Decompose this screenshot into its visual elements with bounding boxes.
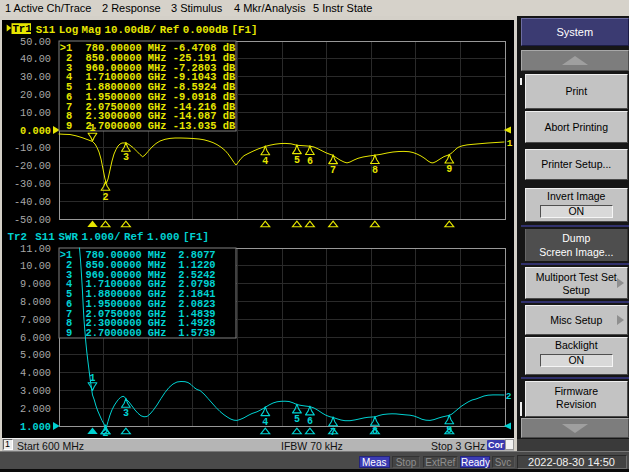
svg-text:9: 9 [446, 164, 452, 175]
svg-text:1.5739: 1.5739 [178, 327, 215, 339]
svg-text:Mag: Mag [82, 24, 101, 36]
svg-text:2.000: 2.000 [20, 403, 51, 415]
svg-text:2: 2 [102, 192, 108, 203]
svg-text:3: 3 [123, 408, 129, 419]
svg-text:9: 9 [60, 327, 72, 339]
svg-text:1: 1 [507, 138, 513, 149]
svg-text:Ref: Ref [124, 231, 143, 243]
svg-text:10.00: 10.00 [20, 260, 51, 272]
svg-text:5.000: 5.000 [20, 349, 51, 361]
svg-text:-40.00: -40.00 [14, 196, 51, 208]
svg-text:-30.00: -30.00 [14, 178, 51, 190]
svg-text:1.000: 1.000 [147, 231, 179, 243]
svg-text:0.000: 0.000 [20, 125, 51, 137]
svg-text:4: 4 [262, 417, 268, 428]
svg-text:Tr1: Tr1 [12, 23, 32, 35]
svg-text:0.000dB: 0.000dB [183, 24, 229, 36]
svg-text:6: 6 [307, 156, 313, 167]
svg-text:1.000: 1.000 [20, 421, 51, 433]
svg-text:6: 6 [307, 416, 313, 427]
svg-text:1: 1 [89, 123, 95, 134]
svg-text:7: 7 [330, 165, 336, 176]
svg-text:5: 5 [294, 155, 300, 166]
svg-text:-50.00: -50.00 [14, 214, 51, 226]
svg-text:[F1]: [F1] [232, 24, 258, 36]
svg-text:-20.00: -20.00 [14, 160, 51, 172]
svg-text:2.7000000 GHz: 2.7000000 GHz [86, 327, 167, 339]
svg-text:40.00: 40.00 [20, 53, 51, 65]
svg-text:4: 4 [262, 156, 268, 167]
svg-text:Log: Log [59, 24, 78, 36]
svg-text:20.00: 20.00 [20, 89, 51, 101]
svg-text:Ref: Ref [160, 24, 179, 36]
svg-text:4.000: 4.000 [20, 367, 51, 379]
svg-text:2.7000000 GHz: 2.7000000 GHz [86, 120, 167, 132]
svg-text:-10.00: -10.00 [14, 142, 51, 154]
svg-text:10.00: 10.00 [20, 107, 51, 119]
svg-text:9: 9 [60, 120, 72, 132]
svg-text:Tr2: Tr2 [8, 231, 27, 243]
svg-text:50.00: 50.00 [20, 36, 51, 48]
svg-text:S11: S11 [35, 231, 55, 243]
svg-text:SWR: SWR [59, 231, 79, 243]
svg-text:S11: S11 [36, 24, 56, 36]
svg-text:10.00dB/: 10.00dB/ [105, 24, 157, 36]
svg-text:3: 3 [123, 152, 129, 163]
svg-text:6.000: 6.000 [20, 332, 51, 344]
svg-text:3.000: 3.000 [20, 385, 51, 397]
svg-text:-13.035 dB: -13.035 dB [173, 120, 236, 132]
svg-text:1: 1 [89, 373, 95, 384]
svg-text:1.000/: 1.000/ [82, 231, 121, 243]
svg-text:2: 2 [506, 391, 512, 402]
svg-text:11.00: 11.00 [20, 243, 51, 255]
svg-text:5: 5 [294, 414, 300, 425]
svg-text:30.00: 30.00 [20, 71, 51, 83]
svg-text:7.000: 7.000 [20, 314, 51, 326]
svg-text:8: 8 [372, 165, 378, 176]
svg-text:8.000: 8.000 [20, 296, 51, 308]
svg-text:[F1]: [F1] [183, 231, 209, 243]
svg-text:9.000: 9.000 [20, 278, 51, 290]
